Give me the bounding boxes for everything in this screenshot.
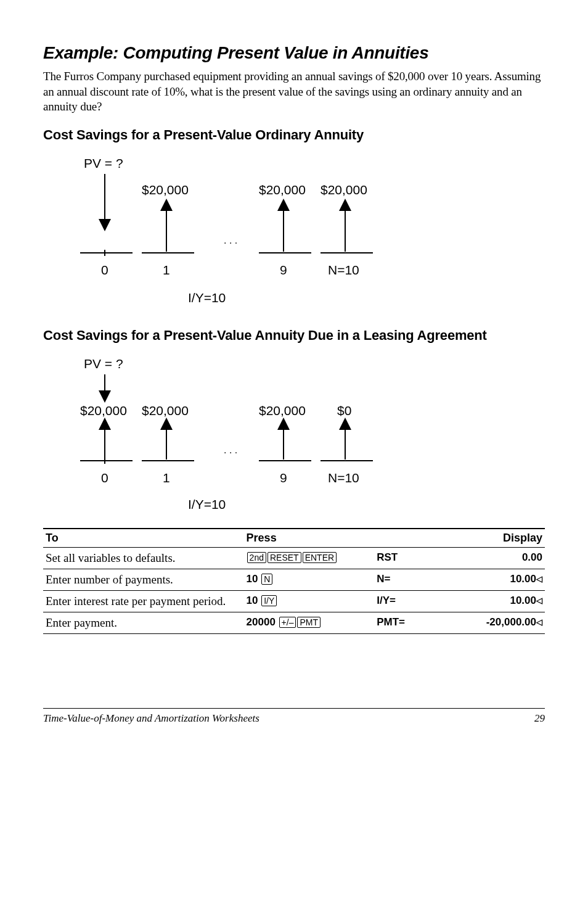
table-row: Enter payment.20000 +/–PMTPMT=-20,000.00… <box>43 612 545 634</box>
pv-label-2: PV = ? <box>84 356 123 371</box>
amt-d2-1: $20,000 <box>142 403 189 418</box>
diagram-ordinary-annuity: PV = ? $20,000 $20,000 $20,000 . . . 0 1… <box>49 154 545 316</box>
cell-display-value: 10.00◁ <box>435 569 545 591</box>
calculation-table: To Press Display Set all variables to de… <box>43 528 545 634</box>
subheading-2: Cost Savings for a Present-Value Annuity… <box>43 327 545 344</box>
th-press: Press <box>244 529 375 548</box>
table-row: Set all variables to defaults.2ndRESETEN… <box>43 548 545 569</box>
calculator-key: ENTER <box>303 552 337 563</box>
page-title: Example: Computing Present Value in Annu… <box>43 43 545 63</box>
amt-d2-0: $20,000 <box>80 403 127 418</box>
cell-to: Enter payment. <box>43 612 244 634</box>
calculator-key: 2nd <box>247 552 266 563</box>
n-label-2: N=10 <box>328 471 359 485</box>
th-display: Display <box>435 529 545 548</box>
pv-label: PV = ? <box>84 156 123 170</box>
calculator-key: +/– <box>279 617 296 628</box>
footer-page: 29 <box>534 712 545 725</box>
amount-3: $20,000 <box>321 183 367 197</box>
amount-2: $20,000 <box>259 183 306 197</box>
amount-1: $20,000 <box>142 183 189 197</box>
cell-display-value: 10.00◁ <box>435 591 545 612</box>
cell-display-label: N= <box>374 569 435 591</box>
tick-0: 0 <box>101 263 108 277</box>
cell-press: 20000 +/–PMT <box>244 612 375 634</box>
ellipsis-2: . . . <box>224 445 237 455</box>
tick-d2-1: 1 <box>163 471 170 485</box>
cell-press: 2ndRESETENTER <box>244 548 375 569</box>
th-display-spacer <box>374 529 435 548</box>
diagram-annuity-due: PV = ? $20,000 $20,000 $20,000 $0 . . . … <box>49 355 545 517</box>
cell-display-value: -20,000.00◁ <box>435 612 545 634</box>
cell-display-label: RST <box>374 548 435 569</box>
iy-label: I/Y=10 <box>188 290 226 305</box>
tick-d2-9: 9 <box>280 471 287 485</box>
calculator-key: RESET <box>267 552 301 563</box>
table-row: Enter number of payments.10 NN=10.00◁ <box>43 569 545 591</box>
cell-to: Enter number of payments. <box>43 569 244 591</box>
iy-label-2: I/Y=10 <box>188 497 226 511</box>
cell-to: Set all variables to defaults. <box>43 548 244 569</box>
cell-display-label: PMT= <box>374 612 435 634</box>
amt-d2-3: $0 <box>337 403 351 418</box>
subheading-1: Cost Savings for a Present-Value Ordinar… <box>43 127 545 143</box>
amt-d2-2: $20,000 <box>259 403 306 418</box>
tick-1: 1 <box>163 263 170 277</box>
th-to: To <box>43 529 244 548</box>
cell-to: Enter interest rate per payment period. <box>43 591 244 612</box>
calculator-key: N <box>261 574 272 585</box>
ellipsis: . . . <box>224 235 237 245</box>
tick-9: 9 <box>280 263 287 277</box>
calculator-key: I/Y <box>261 595 277 606</box>
intro-paragraph: The Furros Company purchased equipment p… <box>43 69 545 115</box>
cell-display-value: 0.00 <box>435 548 545 569</box>
page-footer: Time-Value-of-Money and Amortization Wor… <box>43 708 545 725</box>
cell-display-label: I/Y= <box>374 591 435 612</box>
tick-d2-0: 0 <box>101 471 108 485</box>
table-row: Enter interest rate per payment period.1… <box>43 591 545 612</box>
n-label: N=10 <box>328 263 359 277</box>
calculator-key: PMT <box>297 617 321 628</box>
cell-press: 10 I/Y <box>244 591 375 612</box>
footer-title: Time-Value-of-Money and Amortization Wor… <box>43 712 259 725</box>
cell-press: 10 N <box>244 569 375 591</box>
